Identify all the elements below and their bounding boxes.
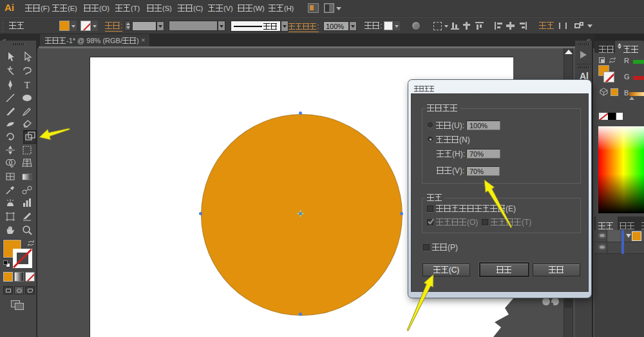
svg-text:T: T xyxy=(24,80,30,90)
